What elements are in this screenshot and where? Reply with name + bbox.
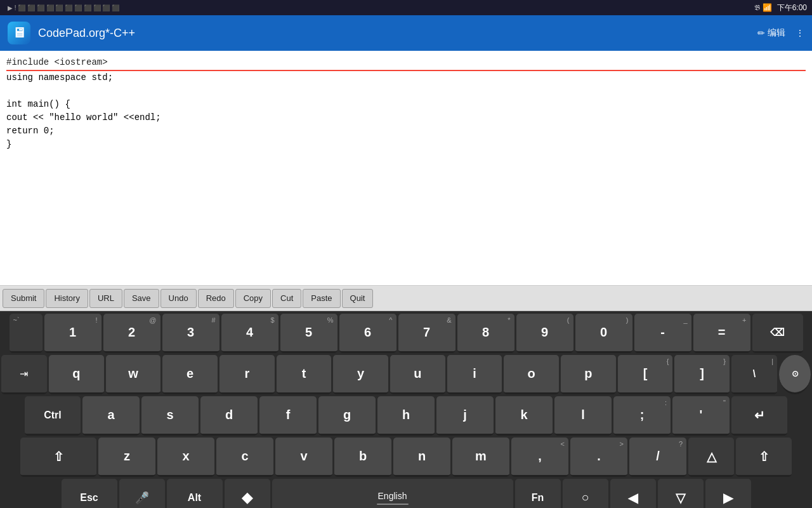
url-button[interactable]: URL bbox=[89, 289, 122, 308]
status-bar: ▶ ! ⬛ ⬛ ⬛ ⬛ ⬛ ⬛ ⬛ ⬛ ⬛ ⬛ ⬛ 𝔅 📶 下午6:00 bbox=[0, 0, 812, 15]
keyboard-row-qwerty: ⇥ q w e r t y u i o p {[ }] |\ ⊙ bbox=[1, 355, 811, 394]
key-tab[interactable]: ⇥ bbox=[1, 355, 47, 394]
quit-button[interactable]: Quit bbox=[342, 289, 374, 308]
status-left-icons: ▶ ! ⬛ ⬛ ⬛ ⬛ ⬛ ⬛ ⬛ ⬛ ⬛ ⬛ ⬛ bbox=[8, 4, 119, 11]
key-arrow-right[interactable]: ▶ bbox=[705, 479, 751, 508]
keyboard: ~` !1 @2 #3 $4 %5 ^6 &7 *8 (9 )0 _- += ⌫… bbox=[0, 311, 812, 508]
key-x[interactable]: x bbox=[157, 438, 214, 477]
key-1[interactable]: !1 bbox=[44, 314, 102, 353]
key-shift-right[interactable]: ⇧ bbox=[736, 438, 792, 477]
status-right-icons: 𝔅 📶 下午6:00 bbox=[754, 3, 807, 13]
key-shift-left[interactable]: ⇧ bbox=[20, 438, 96, 477]
app-icon: 🖥 bbox=[8, 22, 30, 44]
key-period[interactable]: >. bbox=[570, 438, 627, 477]
editor-area[interactable]: #include <iostream> using namespace std;… bbox=[0, 51, 812, 286]
more-options-button[interactable]: ⋮ bbox=[796, 28, 804, 38]
key-v[interactable]: v bbox=[275, 438, 332, 477]
key-b[interactable]: b bbox=[334, 438, 391, 477]
key-alt[interactable]: Alt bbox=[167, 479, 223, 508]
key-i[interactable]: i bbox=[447, 355, 502, 394]
key-f[interactable]: f bbox=[259, 396, 317, 436]
key-scroll[interactable]: ⊙ bbox=[779, 355, 811, 394]
key-6[interactable]: ^6 bbox=[339, 314, 396, 353]
key-g[interactable]: g bbox=[318, 396, 376, 436]
key-r[interactable]: r bbox=[219, 355, 275, 394]
key-space[interactable]: English bbox=[272, 479, 513, 508]
key-lbracket[interactable]: {[ bbox=[618, 355, 673, 394]
key-quote[interactable]: "' bbox=[672, 396, 730, 436]
submit-button[interactable]: Submit bbox=[3, 289, 44, 308]
key-backspace[interactable]: ⌫ bbox=[752, 314, 803, 353]
key-t[interactable]: t bbox=[277, 355, 332, 394]
edit-button[interactable]: ✏ 编辑 bbox=[757, 27, 785, 39]
key-fn[interactable]: Fn bbox=[515, 479, 561, 508]
key-circle[interactable]: ○ bbox=[563, 479, 608, 508]
keyboard-row-numbers: ~` !1 @2 #3 $4 %5 ^6 &7 *8 (9 )0 _- += ⌫ bbox=[1, 314, 811, 353]
key-7[interactable]: &7 bbox=[398, 314, 455, 353]
editor-line-6: return 0; bbox=[6, 124, 806, 138]
wifi-icon: 📶 bbox=[763, 3, 772, 12]
key-triangle-up[interactable]: △ bbox=[688, 438, 734, 477]
key-minus[interactable]: _- bbox=[634, 314, 691, 353]
copy-button[interactable]: Copy bbox=[235, 289, 271, 308]
key-ctrl[interactable]: Ctrl bbox=[25, 396, 81, 436]
app-bar-actions: ✏ 编辑 ⋮ bbox=[757, 27, 804, 39]
editor-line-3 bbox=[6, 84, 806, 98]
key-d[interactable]: d bbox=[200, 396, 258, 436]
key-j[interactable]: j bbox=[436, 396, 494, 436]
bluetooth-icon: 𝔅 bbox=[754, 3, 760, 12]
pencil-icon: ✏ bbox=[757, 28, 765, 38]
app-title: CodePad.org*-C++ bbox=[38, 27, 750, 40]
key-tilde-backtick[interactable]: ~` bbox=[10, 314, 43, 353]
key-o[interactable]: o bbox=[504, 355, 559, 394]
paste-button[interactable]: Paste bbox=[303, 289, 340, 308]
key-n[interactable]: n bbox=[393, 438, 450, 477]
editor-line-5: cout << "hello world" <<endl; bbox=[6, 111, 806, 124]
key-esc[interactable]: Esc bbox=[62, 479, 117, 508]
key-8[interactable]: *8 bbox=[457, 314, 514, 353]
key-2[interactable]: @2 bbox=[103, 314, 160, 353]
key-3[interactable]: #3 bbox=[162, 314, 219, 353]
key-rbracket[interactable]: }] bbox=[674, 355, 730, 394]
key-a[interactable]: a bbox=[82, 396, 140, 436]
app-bar: 🖥 CodePad.org*-C++ ✏ 编辑 ⋮ bbox=[0, 15, 812, 51]
key-backslash[interactable]: |\ bbox=[731, 355, 777, 394]
key-l[interactable]: l bbox=[554, 396, 612, 436]
key-z[interactable]: z bbox=[98, 438, 155, 477]
key-5[interactable]: %5 bbox=[280, 314, 337, 353]
key-q[interactable]: q bbox=[49, 355, 104, 394]
key-slash[interactable]: ?/ bbox=[629, 438, 686, 477]
key-y[interactable]: y bbox=[333, 355, 388, 394]
key-p[interactable]: p bbox=[561, 355, 616, 394]
key-9[interactable]: (9 bbox=[516, 314, 573, 353]
key-h[interactable]: h bbox=[377, 396, 435, 436]
key-arrow-left[interactable]: ◀ bbox=[610, 479, 656, 508]
key-arrow-down[interactable]: ▽ bbox=[658, 479, 704, 508]
key-diamond[interactable]: ◆ bbox=[225, 479, 270, 508]
key-equals[interactable]: += bbox=[693, 314, 750, 353]
key-m[interactable]: m bbox=[452, 438, 509, 477]
key-e[interactable]: e bbox=[162, 355, 218, 394]
history-button[interactable]: History bbox=[46, 289, 88, 308]
keyboard-row-asdf: Ctrl a s d f g h j k l :; "' ↵ bbox=[1, 396, 811, 436]
undo-button[interactable]: Undo bbox=[160, 289, 197, 308]
key-c[interactable]: c bbox=[216, 438, 273, 477]
redo-button[interactable]: Redo bbox=[198, 289, 234, 308]
cut-button[interactable]: Cut bbox=[272, 289, 301, 308]
key-u[interactable]: u bbox=[390, 355, 445, 394]
key-enter[interactable]: ↵ bbox=[731, 396, 787, 436]
key-4[interactable]: $4 bbox=[221, 314, 278, 353]
key-mic[interactable]: 🎤 bbox=[119, 479, 165, 508]
keyboard-row-zxcv: ⇧ z x c v b n m <, >. ?/ △ ⇧ bbox=[1, 438, 811, 477]
key-semicolon[interactable]: :; bbox=[613, 396, 671, 436]
key-w[interactable]: w bbox=[106, 355, 161, 394]
key-0[interactable]: )0 bbox=[575, 314, 632, 353]
editor-line-1: #include <iostream> bbox=[6, 56, 806, 71]
time-display: 下午6:00 bbox=[777, 3, 807, 13]
key-k[interactable]: k bbox=[495, 396, 553, 436]
action-bar: Submit History URL Save Undo Redo Copy C… bbox=[0, 286, 812, 311]
save-button[interactable]: Save bbox=[124, 289, 159, 308]
key-s[interactable]: s bbox=[141, 396, 199, 436]
editor-line-7: } bbox=[6, 138, 806, 151]
key-comma[interactable]: <, bbox=[511, 438, 568, 477]
